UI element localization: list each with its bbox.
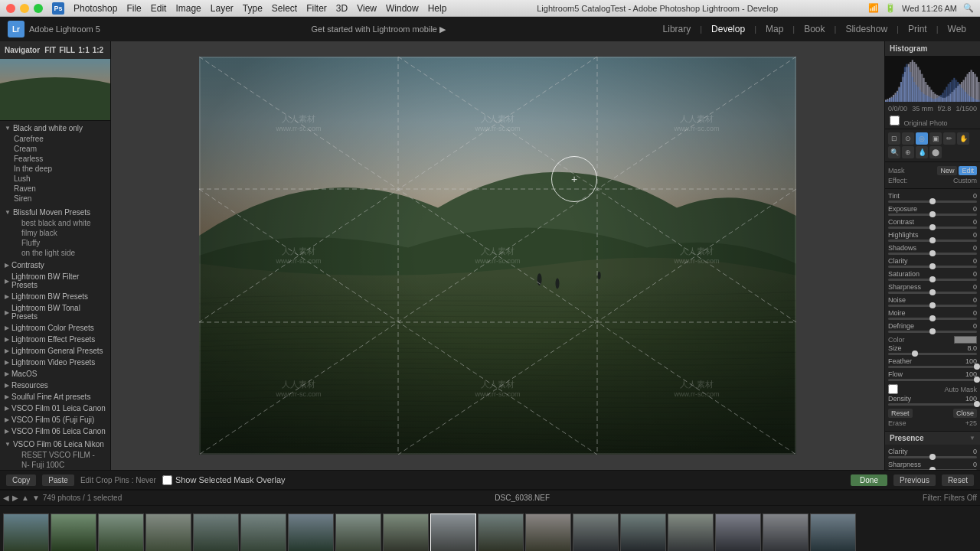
size-slider[interactable] bbox=[888, 353, 977, 355]
menu-photoshop[interactable]: Photoshop bbox=[74, 3, 117, 14]
hand-tool[interactable]: ✋ bbox=[957, 132, 969, 145]
filmstrip-thumb-9[interactable] bbox=[383, 514, 429, 552]
preset-group-vsco01[interactable]: ▶ VSCO Film 01 Leica Canon bbox=[0, 403, 110, 414]
filmstrip-thumb-6[interactable] bbox=[240, 514, 286, 552]
preset-group-general[interactable]: ▶ Lightroom General Presets bbox=[0, 345, 110, 357]
sharpness-slider[interactable] bbox=[888, 292, 977, 294]
contrast-slider[interactable] bbox=[888, 227, 977, 229]
preset-reset-vsco[interactable]: RESET VSCO FILM - bbox=[0, 450, 110, 460]
paste-button[interactable]: Paste bbox=[42, 474, 74, 486]
target-tool[interactable]: ⊕ bbox=[902, 146, 914, 158]
wb-selector-tool[interactable]: 💧 bbox=[916, 146, 928, 158]
preset-group-contrasty[interactable]: ▶ Contrasty bbox=[0, 259, 110, 271]
spot-heal-tool[interactable]: ⊙ bbox=[902, 132, 914, 145]
module-slideshow[interactable]: Slideshow bbox=[839, 21, 893, 37]
module-print[interactable]: Print bbox=[902, 21, 933, 37]
preset-cream[interactable]: Cream bbox=[0, 144, 110, 154]
density-slider[interactable] bbox=[888, 403, 977, 406]
clarity-slider[interactable] bbox=[888, 266, 977, 268]
preset-group-blissful-header[interactable]: ▼ Blissful Moven Presets bbox=[0, 207, 110, 218]
filmstrip-thumb-14[interactable] bbox=[620, 514, 666, 552]
filmstrip-thumb-11[interactable] bbox=[478, 514, 524, 552]
saturation-slider[interactable] bbox=[888, 279, 977, 281]
effect-dropdown[interactable]: Custom bbox=[953, 177, 977, 184]
menu-help[interactable]: Help bbox=[428, 3, 447, 14]
previous-button[interactable]: Previous bbox=[893, 474, 936, 486]
navigator-header[interactable]: Navigator FIT FILL 1:1 1:2 bbox=[0, 41, 110, 59]
radial-filter-tool[interactable]: ◎ bbox=[916, 132, 928, 145]
menu-select[interactable]: Select bbox=[272, 3, 297, 14]
noise-slider[interactable] bbox=[888, 305, 977, 307]
preset-group-bwtonal[interactable]: ▶ Lightroom BW Tonal Presets bbox=[0, 302, 110, 322]
search-icon[interactable]: 🔍 bbox=[963, 3, 974, 13]
photo-canvas[interactable]: 人人素材www.rr-sc.com 人人素材www.rr-sc.com 人人素材… bbox=[199, 57, 796, 455]
presence-clarity-slider[interactable] bbox=[888, 456, 977, 458]
filmstrip-thumb-3[interactable] bbox=[98, 514, 144, 552]
minimize-button[interactable] bbox=[20, 4, 29, 13]
filmstrip-thumb-12[interactable] bbox=[525, 514, 571, 552]
module-map[interactable]: Map bbox=[760, 21, 789, 37]
preset-group-vsco05[interactable]: ▶ VSCO Film 05 (Fuji Fuji) bbox=[0, 414, 110, 425]
filmstrip-thumb-18[interactable] bbox=[810, 514, 856, 552]
filmstrip-thumb-7[interactable] bbox=[288, 514, 334, 552]
preset-group-vsco06lc[interactable]: ▶ VSCO Film 06 Leica Canon bbox=[0, 425, 110, 437]
menu-filter[interactable]: Filter bbox=[306, 3, 327, 14]
menu-layer[interactable]: Layer bbox=[211, 3, 234, 14]
menu-window[interactable]: Window bbox=[386, 3, 419, 14]
preset-filmyblack[interactable]: filmy black bbox=[0, 228, 110, 238]
filmstrip-thumb-8[interactable] bbox=[335, 514, 381, 552]
show-mask-label[interactable]: Show Selected Mask Overlay bbox=[162, 475, 286, 485]
menu-edit[interactable]: Edit bbox=[151, 3, 167, 14]
defringe-slider[interactable] bbox=[888, 331, 977, 333]
zoom-1-1[interactable]: 1:1 bbox=[78, 46, 89, 54]
tint-slider[interactable] bbox=[888, 201, 977, 203]
module-web[interactable]: Web bbox=[942, 21, 972, 37]
preset-group-video[interactable]: ▶ Lightroom Video Presets bbox=[0, 357, 110, 368]
color-swatch[interactable] bbox=[954, 336, 977, 344]
film-nav-next[interactable]: ▶ bbox=[12, 494, 18, 502]
automask-checkbox[interactable] bbox=[888, 384, 898, 394]
moire-slider[interactable] bbox=[888, 318, 977, 320]
color-sampler-tool[interactable]: ⬤ bbox=[929, 146, 942, 158]
maximize-button[interactable] bbox=[34, 4, 43, 13]
preset-fluffy[interactable]: Fluffy bbox=[0, 238, 110, 248]
presence-header[interactable]: Presence ▼ bbox=[885, 431, 980, 445]
preset-group-bwpresets[interactable]: ▶ Lightroom BW Presets bbox=[0, 291, 110, 302]
filmstrip-thumb-1[interactable] bbox=[3, 514, 49, 552]
show-mask-checkbox[interactable] bbox=[162, 475, 172, 485]
mask-new-btn[interactable]: New bbox=[937, 166, 957, 175]
zoom-fill[interactable]: FILL bbox=[59, 46, 75, 54]
preset-group-bwfilter[interactable]: ▶ Lightroom BW Filter Presets bbox=[0, 271, 110, 291]
preset-lush[interactable]: Lush bbox=[0, 174, 110, 184]
module-book[interactable]: Book bbox=[798, 21, 831, 37]
zoom-fit[interactable]: FIT bbox=[44, 46, 56, 54]
preset-group-bw-header[interactable]: ▼ Black and white only bbox=[0, 122, 110, 134]
preset-raven[interactable]: Raven bbox=[0, 184, 110, 194]
preset-group-macos[interactable]: ▶ MacOS bbox=[0, 368, 110, 380]
filmstrip-thumb-4[interactable] bbox=[145, 514, 191, 552]
mask-edit-btn[interactable]: Edit bbox=[959, 166, 977, 175]
lr-mobile-link[interactable]: Get started with Lightroom mobile ▶ bbox=[311, 24, 446, 34]
menu-view[interactable]: View bbox=[357, 3, 377, 14]
mask-brush-circle[interactable] bbox=[551, 156, 597, 202]
filmstrip-thumb-10[interactable] bbox=[430, 514, 476, 552]
preset-bestbw[interactable]: best black and white bbox=[0, 218, 110, 228]
reset-button[interactable]: Reset bbox=[942, 474, 974, 486]
flow-slider[interactable] bbox=[888, 379, 977, 381]
preset-fuji100c[interactable]: N- Fuji 100C bbox=[0, 460, 110, 470]
preset-group-vsco06ln-header[interactable]: ▼ VSCO Film 06 Leica Nikon bbox=[0, 439, 110, 450]
original-photo-input[interactable] bbox=[890, 116, 900, 126]
feather-slider[interactable] bbox=[888, 366, 977, 368]
filmstrip-thumb-5[interactable] bbox=[193, 514, 239, 552]
preset-group-effect[interactable]: ▶ Lightroom Effect Presets bbox=[0, 334, 110, 345]
graduated-filter-tool[interactable]: ▣ bbox=[929, 132, 942, 145]
zoom-1-2[interactable]: 1:2 bbox=[93, 46, 103, 54]
preset-group-color[interactable]: ▶ Lightroom Color Presets bbox=[0, 322, 110, 334]
module-develop[interactable]: Develop bbox=[705, 21, 751, 37]
preset-onlightside[interactable]: on the light side bbox=[0, 248, 110, 258]
filmstrip-thumb-2[interactable] bbox=[51, 514, 96, 552]
exposure-slider[interactable] bbox=[888, 214, 977, 216]
close-btn[interactable]: Close bbox=[953, 409, 977, 418]
zoom-tool[interactable]: 🔍 bbox=[888, 146, 900, 158]
filmstrip-thumb-13[interactable] bbox=[573, 514, 619, 552]
